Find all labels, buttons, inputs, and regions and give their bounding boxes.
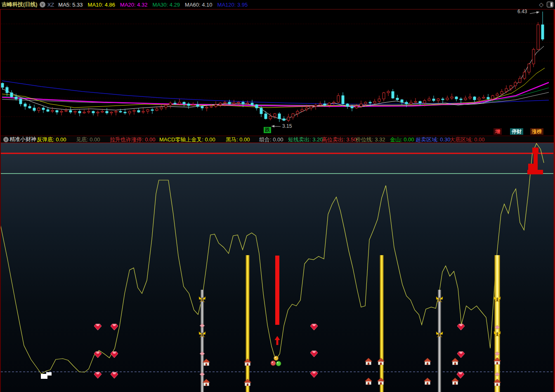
candle-body — [414, 101, 417, 102]
candle-body — [178, 102, 181, 104]
candle-body — [451, 97, 453, 98]
indicator-chevron-icon[interactable]: ∨ — [3, 137, 9, 142]
candle-body — [110, 112, 113, 113]
indicator-field-11: 大底区域: 0.00 — [450, 136, 485, 143]
indicator-field-9: 金山: 0.00 — [390, 136, 414, 143]
ma-legend: MA5: 5.33MA10: 4.86MA20: 4.32MA30: 4.29M… — [58, 2, 253, 8]
candle-body — [432, 99, 435, 101]
candle-body — [310, 106, 312, 108]
candle-body — [419, 101, 421, 103]
candle-body — [146, 110, 149, 111]
ma-line-ma60 — [2, 92, 549, 106]
indicator-field-7: 高位卖出: 3.50 — [322, 136, 357, 143]
candle-body — [541, 25, 544, 39]
candle-body — [319, 104, 321, 105]
candle-body — [405, 102, 408, 104]
candle-body — [224, 102, 226, 103]
ma-line-ma20 — [2, 82, 549, 106]
candle-body — [501, 92, 503, 94]
candle-body — [187, 104, 190, 106]
candle-body — [242, 102, 244, 104]
peak-price-label: 6.43 — [517, 9, 527, 14]
candle-body — [455, 97, 458, 99]
corner-tag-2[interactable]: 涨榜 — [530, 128, 543, 135]
indicator-field-6: 短线卖出: 3.20 — [288, 136, 323, 143]
candle-body — [28, 106, 31, 108]
candle-body — [442, 99, 444, 100]
title-bar: 吉峰科技(日线) ∨ XZ MA5: 5.33MA10: 4.86MA20: 4… — [0, 0, 555, 9]
ma-label-0: MA5: 5.33 — [58, 2, 83, 8]
candle-body — [342, 96, 344, 104]
candle-body — [355, 106, 358, 108]
corner-tag-0[interactable]: 增 — [494, 128, 502, 135]
candle-body — [305, 108, 308, 110]
chevron-down-icon[interactable]: ∨ — [40, 2, 45, 7]
candle-body — [165, 105, 167, 107]
candle-body — [333, 102, 335, 103]
candle-body — [351, 106, 353, 108]
candle-body — [346, 104, 349, 106]
window-icons: ◇ — [539, 1, 553, 8]
candle-body — [446, 98, 449, 100]
candle-body — [87, 111, 90, 112]
candle-body — [233, 103, 235, 104]
annotation-arrow — [272, 126, 281, 127]
candle-body — [482, 97, 485, 98]
candle-body — [487, 97, 489, 99]
ma-label-1: MA10: 4.86 — [88, 2, 116, 8]
candle-body — [437, 99, 439, 101]
ma-label-5: MA120: 3.95 — [217, 2, 248, 8]
candle-body — [464, 98, 467, 100]
ma-line-ma10 — [2, 68, 545, 108]
candle-body — [38, 108, 40, 110]
candle-body — [74, 111, 76, 112]
candle-body — [528, 64, 530, 72]
candle-body — [251, 103, 253, 105]
candle-body — [496, 94, 498, 96]
candle-body — [278, 114, 281, 119]
candle-body — [51, 110, 54, 111]
candle-body — [387, 92, 390, 93]
fall-tag: 跌 — [264, 127, 271, 133]
candle-body — [396, 98, 399, 100]
indicator-field-1: 见底: 0.00 — [76, 136, 100, 143]
candle-body — [169, 103, 172, 105]
candle-body — [33, 108, 35, 110]
indicator-field-2: 拉升也许涨停: 0.00 — [110, 136, 156, 143]
corner-tag-1[interactable]: 停财 — [510, 128, 523, 135]
candle-body — [324, 104, 326, 105]
candle-body — [133, 110, 135, 111]
candle-body — [491, 96, 494, 99]
dip-price-label: 3.15 — [282, 123, 292, 129]
candle-body — [510, 86, 512, 89]
diamond-icon[interactable]: ◇ — [539, 1, 543, 8]
ma-line-ma30 — [2, 88, 549, 106]
indicator-field-4: 黑马: 0.00 — [226, 136, 250, 143]
candle-body — [56, 110, 58, 112]
candle-body — [460, 99, 462, 100]
candle-body — [47, 110, 49, 111]
candle-body — [205, 107, 208, 108]
candle-body — [519, 78, 521, 82]
ma-line-ma120 — [2, 81, 549, 104]
candle-body — [260, 108, 262, 114]
candle-body — [410, 102, 412, 104]
panel-toggle-icon[interactable] — [547, 2, 553, 7]
annotation-arrow — [530, 12, 539, 14]
candle-body — [124, 112, 126, 113]
candle-body — [192, 105, 194, 106]
app-window: 吉峰科技(日线) ∨ XZ MA5: 5.33MA10: 4.86MA20: 4… — [0, 0, 555, 392]
candle-body — [537, 25, 539, 49]
candle-body — [115, 111, 117, 112]
candle-body — [10, 93, 13, 97]
candle-body — [106, 111, 108, 113]
ma-label-2: MA20: 4.32 — [120, 2, 148, 8]
candle-body — [360, 104, 362, 106]
candle-body — [1, 83, 4, 87]
candle-body — [65, 110, 67, 111]
candle-body — [156, 109, 158, 110]
candle-body — [301, 110, 303, 111]
indicator-name[interactable]: 精准小财神 — [9, 136, 36, 143]
candle-body — [196, 105, 199, 106]
candle-body — [265, 114, 267, 119]
